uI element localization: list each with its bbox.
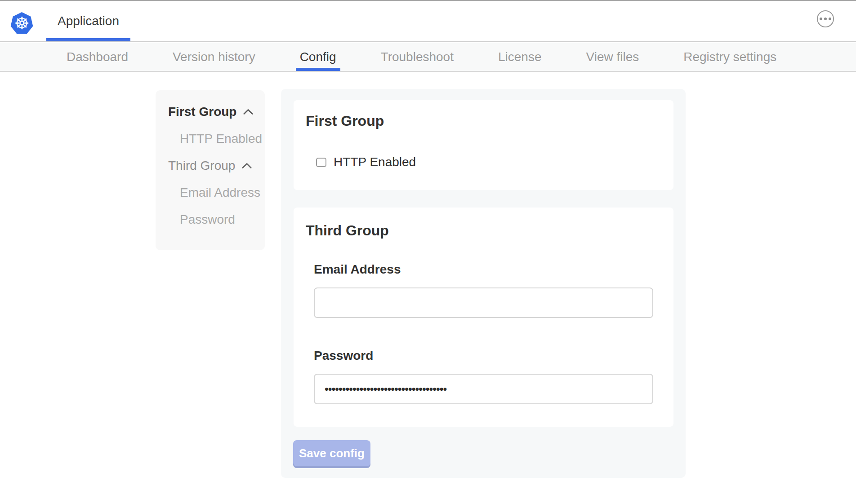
ellipsis-icon bbox=[820, 18, 822, 20]
save-config-button[interactable]: Save config bbox=[293, 440, 370, 466]
tab-application[interactable]: Application bbox=[46, 1, 130, 41]
http-enabled-row: HTTP Enabled bbox=[316, 155, 416, 169]
sidebar-item-label: HTTP Enabled bbox=[180, 132, 262, 146]
sidebar-group-first-group[interactable]: First Group bbox=[156, 98, 265, 125]
sidebar-group-label: First Group bbox=[168, 105, 236, 119]
overflow-menu-button[interactable] bbox=[817, 10, 834, 27]
sidebar-item-password[interactable]: Password bbox=[156, 206, 265, 233]
password-label: Password bbox=[314, 349, 373, 363]
http-enabled-checkbox[interactable] bbox=[316, 158, 326, 167]
sidebar-item-label: Password bbox=[180, 212, 235, 227]
app-header: ☸ Application bbox=[0, 1, 856, 42]
sidebar-group-third-group[interactable]: Third Group bbox=[156, 152, 265, 179]
tab-license[interactable]: License bbox=[498, 43, 542, 71]
sidebar-item-email-address[interactable]: Email Address bbox=[156, 179, 265, 206]
tab-dashboard[interactable]: Dashboard bbox=[67, 43, 128, 71]
tab-version-history[interactable]: Version history bbox=[173, 43, 255, 71]
config-group-card-third: Third Group Email Address Password bbox=[294, 208, 673, 427]
chevron-up-icon bbox=[243, 109, 253, 115]
app-subnav: Dashboard Version history Config Trouble… bbox=[0, 43, 856, 72]
http-enabled-label[interactable]: HTTP Enabled bbox=[334, 155, 416, 169]
tab-view-files[interactable]: View files bbox=[586, 43, 639, 71]
group-title: First Group bbox=[306, 113, 384, 129]
tab-troubleshoot[interactable]: Troubleshoot bbox=[381, 43, 454, 71]
chevron-up-icon bbox=[242, 163, 252, 169]
config-sidebar: First Group HTTP Enabled Third Group Ema… bbox=[156, 90, 265, 250]
sidebar-item-http-enabled[interactable]: HTTP Enabled bbox=[156, 125, 265, 152]
kubernetes-logo-icon: ☸ bbox=[10, 11, 34, 35]
tab-registry-settings[interactable]: Registry settings bbox=[683, 43, 776, 71]
email-address-label: Email Address bbox=[314, 262, 401, 277]
config-panel: First Group HTTP Enabled Third Group Ema… bbox=[281, 89, 686, 478]
sidebar-item-label: Email Address bbox=[180, 186, 260, 200]
password-input[interactable] bbox=[314, 374, 653, 404]
helm-wheel-icon: ☸ bbox=[10, 11, 34, 35]
tab-config[interactable]: Config bbox=[296, 43, 340, 71]
sidebar-group-label: Third Group bbox=[168, 159, 235, 173]
app-tab-label: Application bbox=[58, 14, 119, 28]
email-address-input[interactable] bbox=[314, 287, 653, 318]
config-group-card-first: First Group HTTP Enabled bbox=[294, 100, 673, 190]
group-title: Third Group bbox=[306, 222, 389, 239]
